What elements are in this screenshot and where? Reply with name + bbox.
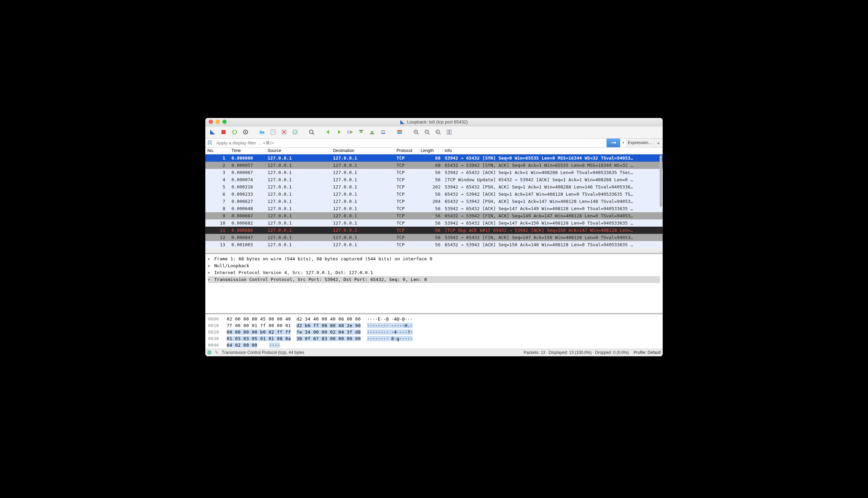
col-source[interactable]: Source [265,148,331,154]
packet-row[interactable]: 120.000847127.0.0.1127.0.0.1TCP5653942 →… [205,234,663,241]
hex-row[interactable]: 000002 00 00 00 45 00 00 40 d2 34 40 00 … [208,316,660,322]
open-file-button[interactable] [257,127,267,137]
close-window-button[interactable] [209,120,213,124]
app-window: Loopback: lo0 (tcp port 65432) 1 [205,118,663,356]
svg-rect-39 [447,130,449,134]
status-profile[interactable]: Profile: Default [629,350,661,355]
col-destination[interactable]: Destination [331,148,394,154]
stop-capture-button[interactable] [218,127,229,137]
expand-triangle-icon[interactable]: ▶ [208,257,212,261]
svg-rect-26 [397,130,402,131]
go-to-packet-button[interactable] [345,127,355,137]
svg-marker-18 [351,131,353,133]
go-back-button[interactable] [323,127,333,137]
filter-history-dropdown[interactable]: ▼ [620,139,626,147]
colorize-button[interactable] [394,127,405,137]
col-time[interactable]: Time [229,148,265,154]
svg-marker-16 [338,130,341,134]
close-file-button[interactable] [279,127,289,137]
wireshark-logo-icon[interactable] [207,127,218,137]
svg-rect-27 [397,131,402,132]
packet-bytes-pane[interactable]: 000002 00 00 00 45 00 00 40 d2 34 40 00 … [205,314,663,349]
minimize-window-button[interactable] [216,120,220,124]
svg-rect-1 [221,130,226,134]
packet-row[interactable]: 110.000686127.0.0.1127.0.0.1TCP56[TCP Du… [205,227,663,234]
expression-button[interactable]: Expression… [626,139,654,147]
auto-scroll-button[interactable] [378,127,388,137]
packet-row[interactable]: 10.000000127.0.0.1127.0.0.1TCP6853942 → … [205,154,663,162]
expand-triangle-icon[interactable]: ▶ [208,263,212,268]
zoom-reset-button[interactable]: 1 [433,127,443,137]
svg-line-30 [417,133,419,134]
svg-line-34 [428,133,430,134]
detail-tree-item[interactable]: ▶Frame 1: 68 bytes on wire (544 bits), 6… [208,256,660,262]
packet-row[interactable]: 20.000057127.0.0.1127.0.0.1TCP6865432 → … [205,162,663,169]
packet-list[interactable]: 10.000000127.0.0.1127.0.0.1TCP6853942 → … [205,154,663,254]
svg-point-4 [245,131,246,133]
packet-row[interactable]: 40.000074127.0.0.1127.0.0.1TCP56[TCP Win… [205,176,663,183]
svg-rect-5 [271,130,275,134]
status-packet-counts: Packets: 13 · Displayed: 13 (100.0%) · D… [524,350,629,355]
resize-columns-button[interactable] [444,127,454,137]
col-length[interactable]: Length [419,148,443,154]
svg-line-37 [439,133,441,134]
zoom-window-button[interactable] [223,120,227,124]
hex-row[interactable]: 00107f 00 00 01 7f 00 00 01 d2 b6 ff 98 … [208,322,660,329]
window-title-text: Loopback: lo0 (tcp port 65432) [407,119,468,124]
main-toolbar: 1 [205,126,663,139]
packet-list-header: No. Time Source Destination Protocol Len… [205,148,663,154]
expert-info-button[interactable] [207,350,211,355]
restart-capture-button[interactable] [229,127,240,137]
go-forward-button[interactable] [334,127,344,137]
packet-row[interactable]: 30.000067127.0.0.1127.0.0.1TCP5653942 → … [205,169,663,176]
display-filter-input[interactable] [214,139,606,147]
hex-row[interactable]: 004004 02 00 00 ···· [208,342,660,348]
svg-marker-42 [615,141,616,144]
hex-row[interactable]: 003001 03 03 05 01 01 08 0a 38 0f 67 83 … [208,335,660,342]
expand-triangle-icon[interactable]: ▶ [208,277,212,282]
svg-marker-0 [210,130,215,134]
svg-rect-40 [449,130,451,134]
zoom-in-button[interactable] [411,127,421,137]
svg-marker-2 [233,130,234,132]
titlebar: Loopback: lo0 (tcp port 65432) [205,118,663,126]
svg-marker-22 [370,131,374,134]
edit-capture-comment-button[interactable]: ✎ [215,350,218,355]
packet-row[interactable]: 50.000216127.0.0.1127.0.0.1TCP20253942 →… [205,183,663,191]
go-to-last-button[interactable] [367,127,377,137]
col-no[interactable]: No. [205,148,229,154]
find-packet-button[interactable] [306,127,317,137]
col-info[interactable]: Info [443,148,663,154]
svg-point-13 [310,130,313,133]
expand-triangle-icon[interactable]: ▶ [208,270,212,275]
detail-tree-item[interactable]: ▶Transmission Control Protocol, Src Port… [208,276,660,283]
reload-file-button[interactable] [290,127,300,137]
packet-row[interactable]: 100.000682127.0.0.1127.0.0.1TCP5653942 →… [205,219,663,227]
svg-line-14 [313,133,314,134]
apply-filter-button[interactable] [606,139,620,147]
packet-row[interactable]: 70.000627127.0.0.1127.0.0.1TCP20465432 →… [205,198,663,205]
packet-row[interactable]: 130.001003127.0.0.1127.0.0.1TCP5665432 →… [205,241,663,248]
packet-details-pane[interactable]: ▶Frame 1: 68 bytes on wire (544 bits), 6… [205,254,663,314]
detail-tree-item[interactable]: ▶Internet Protocol Version 4, Src: 127.0… [208,269,660,276]
zoom-out-button[interactable] [422,127,432,137]
packet-row[interactable]: 80.000648127.0.0.1127.0.0.1TCP5653942 → … [205,205,663,212]
bookmark-filter-button[interactable] [205,139,214,147]
packet-row[interactable]: 90.000667127.0.0.1127.0.0.1TCP5665432 → … [205,212,663,219]
wireshark-fin-icon [400,119,405,124]
detail-tree-item[interactable]: ▶Null/Loopback [208,262,660,269]
display-filter-bar: ▼ Expression… + [205,139,663,148]
svg-rect-17 [348,131,350,133]
window-title: Loopback: lo0 (tcp port 65432) [205,119,663,124]
go-to-first-button[interactable] [356,127,366,137]
save-file-button[interactable] [268,127,278,137]
packet-list-scrollbar[interactable] [660,155,662,207]
col-protocol[interactable]: Protocol [394,148,419,154]
window-controls [209,120,227,124]
hex-row[interactable]: 002000 00 00 00 b0 02 ff ff fe 34 00 00 … [208,329,660,335]
add-filter-button[interactable]: + [654,139,663,147]
svg-marker-20 [359,130,363,133]
packet-row[interactable]: 60.000233127.0.0.1127.0.0.1TCP5665432 → … [205,191,663,198]
svg-text:1: 1 [437,131,438,133]
capture-options-button[interactable] [240,127,251,137]
